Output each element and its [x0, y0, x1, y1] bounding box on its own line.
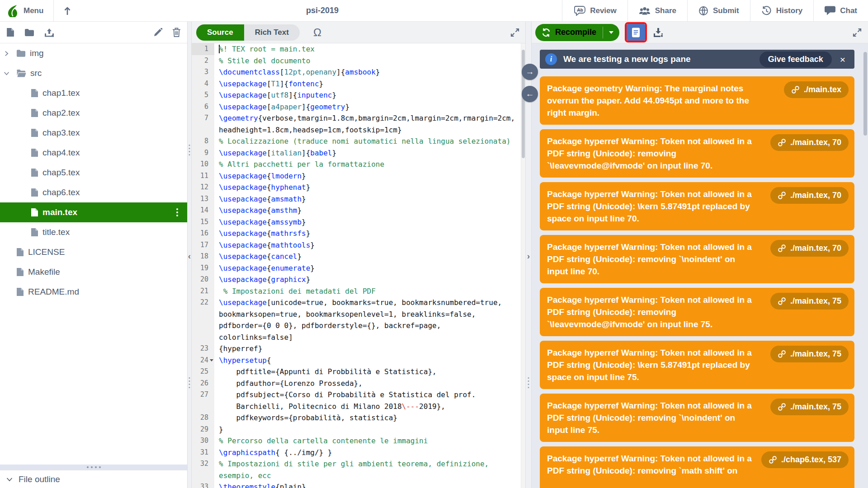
chevron-down-icon[interactable]	[4, 70, 16, 76]
code-line[interactable]: 24\hypersetup{	[192, 355, 521, 366]
close-icon[interactable]: ×	[840, 55, 845, 64]
line-number: 7	[192, 113, 214, 124]
warning-file-link[interactable]: ./main.tex	[784, 81, 849, 98]
recompile-button[interactable]: Recompile	[535, 24, 603, 41]
warning-file-link[interactable]: ./main.tex, 70	[770, 134, 849, 151]
pdf-expand-icon[interactable]	[852, 28, 862, 38]
warning-file-link[interactable]: ./chap6.tex, 537	[761, 451, 849, 468]
code-line[interactable]: 19\usepackage{enumerate}	[192, 263, 521, 274]
file-tree-item-Makefile[interactable]: Makefile	[0, 262, 187, 282]
file-tree-item-LICENSE[interactable]: LICENSE	[0, 242, 187, 262]
code-line[interactable]: 10% Altri pacchetti per la formattazione	[192, 159, 521, 170]
code-line[interactable]: pdfborder={0 0 0}, pdfborderstyle={}, ba…	[192, 320, 521, 332]
chevron-right-icon[interactable]	[4, 51, 16, 56]
file-outline-toggle[interactable]: File outline	[0, 470, 187, 488]
code-line[interactable]: 29}	[192, 424, 521, 436]
share-button[interactable]: Share	[627, 0, 687, 21]
code-line[interactable]: colorlinks=false]	[192, 332, 521, 343]
code-line[interactable]: 32% Impostazioni di stile per gli ambien…	[192, 458, 521, 470]
history-button[interactable]: History	[750, 0, 814, 21]
code-line[interactable]: 4\usepackage[T1]{fontenc}	[192, 78, 521, 90]
menu-button[interactable]: Menu	[0, 0, 53, 21]
code-line[interactable]: 16\usepackage{mathrsfs}	[192, 228, 521, 239]
code-line[interactable]: 21 % Impostazioni dei metadati del PDF	[192, 286, 521, 297]
code-line[interactable]: bookmarksopen=true, bookmarksopenlevel=1…	[192, 309, 521, 320]
new-folder-button[interactable]	[24, 28, 34, 37]
warning-file-link[interactable]: ./main.tex, 70	[770, 187, 849, 204]
kebab-menu-icon[interactable]	[175, 206, 180, 218]
code-line[interactable]: 11\usepackage{lmodern}	[192, 170, 521, 182]
sync-to-code-button[interactable]: ←	[522, 86, 538, 102]
chat-button[interactable]: Chat	[813, 0, 868, 21]
code-line[interactable]: 6\usepackage[a4paper]{geometry}	[192, 101, 521, 113]
code-line[interactable]: 26 pdfauthor={Lorenzo Prosseda},	[192, 378, 521, 389]
collapse-right-icon[interactable]: ›	[527, 251, 530, 261]
warning-file-link[interactable]: ./main.tex, 70	[770, 240, 849, 257]
line-number: 3	[192, 66, 214, 78]
code-line[interactable]: 3\documentclass[12pt,openany]{amsbook}	[192, 66, 521, 78]
code-line[interactable]: 31\graphicspath{ {../img/} }	[192, 447, 521, 459]
fold-caret-icon[interactable]	[210, 359, 213, 363]
code-line[interactable]: 9\usepackage[italian]{babel}	[192, 147, 521, 159]
code-line[interactable]: 17\usepackage{mathtools}	[192, 239, 521, 251]
view-pdf-button[interactable]	[627, 24, 645, 41]
code-line[interactable]: 8% Localizzazione (traduce nomi automati…	[192, 136, 521, 147]
code-line[interactable]: 15\usepackage{amssymb}	[192, 216, 521, 228]
code-line[interactable]: 13\usepackage{amsmath}	[192, 193, 521, 205]
recompile-dropdown-button[interactable]	[603, 24, 619, 41]
code-line[interactable]: Barchielli, Politecnico di Milano 2018\-…	[192, 401, 521, 413]
file-tree-item-README.md[interactable]: README.md	[0, 282, 187, 302]
collapse-left-icon[interactable]: ‹	[188, 251, 191, 261]
file-tree-item-img[interactable]: img	[0, 43, 187, 63]
file-tree-item-src[interactable]: src	[0, 63, 187, 83]
delete-file-button[interactable]	[172, 28, 181, 37]
give-feedback-button[interactable]: Give feedback	[760, 52, 832, 67]
file-tree-item-chap2.tex[interactable]: chap2.tex	[0, 103, 187, 123]
code-line[interactable]: 28 pdfkeywords={probabilità, statistica}	[192, 412, 521, 424]
code-line[interactable]: 1%! TEX root = main.tex	[192, 43, 521, 55]
code-line[interactable]: headheight=1.8cm,headsep=1cm,footskip=1c…	[192, 124, 521, 136]
sync-to-pdf-button[interactable]: →	[522, 64, 538, 80]
code-line[interactable]: esempio, ecc	[192, 470, 521, 482]
file-tree-item-chap1.tex[interactable]: chap1.tex	[0, 83, 187, 103]
file-tree-item-title.tex[interactable]: title.tex	[0, 222, 187, 242]
upload-file-button[interactable]	[44, 28, 54, 37]
code-line[interactable]: 20\usepackage{graphicx}	[192, 274, 521, 286]
code-line[interactable]: 18\usepackage{cancel}	[192, 251, 521, 263]
code-editor[interactable]: 1%! TEX root = main.tex2% Stile del docu…	[192, 43, 521, 488]
file-tree-item-chap5.tex[interactable]: chap5.tex	[0, 163, 187, 183]
code-line[interactable]: 25 pdftitle={Appunti di Probbilità e Sta…	[192, 366, 521, 378]
file-tree-item-chap4.tex[interactable]: chap4.tex	[0, 143, 187, 163]
review-button[interactable]: Ab Review	[562, 0, 627, 21]
code-line[interactable]: 23{hyperref}	[192, 343, 521, 355]
code-line[interactable]: 27 pdfsubject={Corso di Probabilità e St…	[192, 389, 521, 401]
code-line[interactable]: 5\usepackage[utf8]{inputenc}	[192, 89, 521, 101]
code-line[interactable]: 12\usepackage{hyphenat}	[192, 182, 521, 193]
warning-file-link[interactable]: ./main.tex, 75	[770, 346, 849, 362]
warning-file-link[interactable]: ./main.tex, 75	[770, 293, 849, 310]
line-number	[192, 309, 214, 320]
submit-button[interactable]: Submit	[687, 0, 750, 21]
file-tree-item-chap3.tex[interactable]: chap3.tex	[0, 123, 187, 143]
line-number: 32	[192, 458, 214, 470]
code-line[interactable]: 22\usepackage[unicode=true, bookmarks=tr…	[192, 297, 521, 309]
code-line[interactable]: 33\theoremstyle{plain}	[192, 481, 521, 488]
code-line[interactable]: 14\usepackage{amsthm}	[192, 205, 521, 216]
code-line[interactable]: 7\geometry{verbose,tmargin=1.8cm,bmargin…	[192, 113, 521, 124]
rename-file-button[interactable]	[153, 28, 162, 37]
editor-expand-icon[interactable]	[510, 28, 520, 38]
code-line[interactable]: 2% Stile del documento	[192, 55, 521, 67]
download-pdf-button[interactable]	[653, 28, 664, 38]
file-tree-item-main.tex[interactable]: main.tex	[0, 202, 187, 222]
warning-file-link[interactable]: ./main.tex, 75	[770, 399, 849, 415]
symbol-palette-button[interactable]: Ω	[313, 27, 321, 38]
code-line[interactable]: 30% Percorso della cartella contenente l…	[192, 435, 521, 447]
new-file-button[interactable]	[6, 28, 14, 37]
logs-scrollbar-thumb[interactable]	[863, 52, 867, 136]
tab-rich-text[interactable]: Rich Text	[244, 24, 300, 41]
tab-source[interactable]: Source	[196, 24, 244, 41]
sidebar-editor-divider[interactable]: ‹	[187, 22, 192, 488]
upload-project-button[interactable]	[54, 0, 81, 21]
outline-resize-handle[interactable]	[0, 465, 187, 470]
file-tree-item-chap6.tex[interactable]: chap6.tex	[0, 183, 187, 202]
